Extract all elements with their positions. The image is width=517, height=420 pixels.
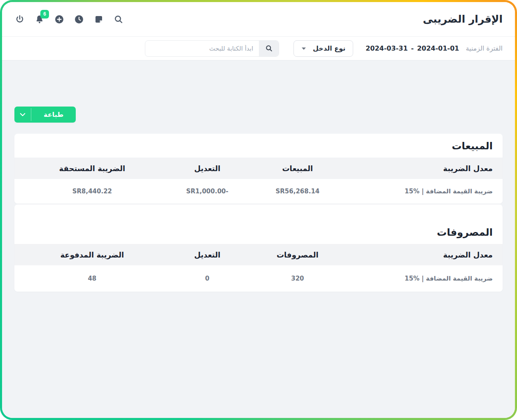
split-divider [31,108,31,121]
search-submit-icon[interactable] [259,41,279,56]
print-options-chevron-icon[interactable] [14,107,31,123]
column-header: الضريبة المستحقة [14,164,166,173]
chevron-down-icon [301,44,306,52]
power-icon[interactable] [14,14,25,25]
sales-table-row: ضريبة القيمة المضافة | %15 SR56,268.14 -… [14,179,503,204]
note-icon[interactable] [93,14,104,25]
expenses-title: المصروفات [14,204,503,244]
search-icon[interactable] [113,14,124,25]
period-label: الفترة الزمنية [466,44,503,52]
content-area: طباعة المبيعات معدل الضريبة المبيعات الت… [2,60,515,418]
expenses-table-row: ضريبة القيمة المضافة | %15 320 0 48 [14,265,503,292]
search-input[interactable] [145,41,259,56]
tax-due-cell: SR8,440.22 [14,188,166,195]
date-separator: - [411,44,414,52]
print-button-label[interactable]: طباعة [31,107,76,123]
search-group [145,40,279,57]
expenses-card: المصروفات معدل الضريبة المصروفات التعديل… [14,204,503,292]
date-to: 2024-03-31 [366,44,408,52]
column-header: معدل الضريبة [346,164,503,173]
app-window: الإقرار الضريبى 6 [2,2,515,418]
tax-rate-cell: ضريبة القيمة المضافة | %15 [346,275,503,282]
sales-card: المبيعات معدل الضريبة المبيعات التعديل ا… [14,134,503,204]
bell-icon[interactable]: 6 [34,14,45,25]
column-header: التعديل [166,251,249,259]
filterbar: الفترة الزمنية 2024-01-01 - 2024-03-31 ن… [2,37,515,60]
plus-circle-icon[interactable] [54,14,65,25]
period-date-range[interactable]: 2024-01-01 - 2024-03-31 [366,44,459,52]
topbar: الإقرار الضريبى 6 [2,2,515,37]
print-row: طباعة [14,107,503,123]
adjustment-cell: -SR1,000.00 [166,188,249,195]
notification-badge: 6 [40,10,49,19]
sales-amount-cell: SR56,268.14 [249,188,346,195]
column-header: التعديل [166,164,249,173]
column-header: الضريبة المدفوعة [14,251,166,259]
print-split-button[interactable]: طباعة [14,107,76,123]
sales-title: المبيعات [14,134,503,158]
expenses-table-header: معدل الضريبة المصروفات التعديل الضريبة ا… [14,244,503,265]
page-title: الإقرار الضريبى [423,13,503,25]
gradient-border-frame: الإقرار الضريبى 6 [0,0,517,420]
tax-paid-cell: 48 [14,275,166,282]
income-type-dropdown[interactable]: نوع الدخل [293,40,353,57]
date-from: 2024-01-01 [417,44,459,52]
column-header: المبيعات [249,164,346,173]
column-header: المصروفات [249,251,346,259]
sales-table-header: معدل الضريبة المبيعات التعديل الضريبة ال… [14,158,503,179]
adjustment-cell: 0 [166,275,249,282]
clock-icon[interactable] [74,14,84,25]
topbar-icon-group: 6 [14,14,124,25]
column-header: معدل الضريبة [346,251,503,259]
income-type-label: نوع الدخل [313,44,345,52]
tax-rate-cell: ضريبة القيمة المضافة | %15 [346,188,503,195]
expenses-amount-cell: 320 [249,275,346,282]
